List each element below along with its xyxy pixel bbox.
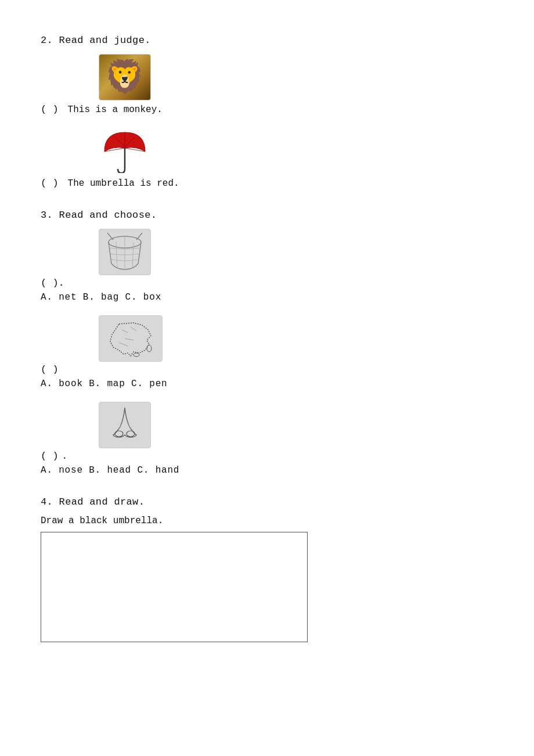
q3-3-paren: ( ) — [41, 451, 59, 462]
q2-1-sentence: This is a monkey. — [68, 105, 163, 115]
section-2-title: 2. Read and judge. — [41, 35, 493, 46]
svg-point-18 — [115, 431, 123, 437]
svg-line-13 — [131, 327, 136, 331]
nose-image — [99, 402, 151, 448]
svg-line-10 — [107, 233, 113, 240]
q3-2-paren-row: ( ) — [41, 364, 493, 375]
question-3-3: ( ) . A. nose B. head C. hand — [41, 402, 493, 476]
svg-line-14 — [125, 339, 134, 340]
q2-2-paren-row: ( ) The umbrella is red. — [41, 178, 493, 189]
section-3-title: 3. Read and choose. — [41, 210, 493, 221]
svg-line-7 — [116, 242, 117, 268]
q3-3-paren-row: ( ) . — [41, 451, 493, 462]
q2-2-sentence: The umbrella is red. — [68, 178, 179, 189]
q2-2-paren: ( ) — [41, 178, 59, 189]
q3-3-choices: A. nose B. head C. hand — [41, 465, 493, 476]
svg-point-19 — [127, 431, 135, 437]
section-3: 3. Read and choose. — [41, 210, 493, 476]
q3-1-paren-row: ( ). — [41, 278, 493, 289]
section-4-instruction: Draw a black umbrella. — [41, 516, 493, 526]
umbrella-image — [99, 128, 151, 174]
draw-area[interactable] — [41, 532, 308, 642]
q3-1-choices: A. net B. bag C. box — [41, 292, 493, 303]
q2-1-paren-row: ( ) This is a monkey. — [41, 104, 493, 115]
question-3-2: ( ) A. book B. map C. pen — [41, 315, 493, 389]
question-2-2: ( ) The umbrella is red. — [41, 128, 493, 189]
question-3-1: ( ). A. net B. bag C. box — [41, 229, 493, 303]
section-4: 4. Read and draw. Draw a black umbrella. — [41, 496, 493, 642]
net-image — [99, 229, 151, 275]
q3-1-paren: ( ). — [41, 278, 64, 289]
lion-image — [99, 54, 151, 100]
q3-2-choices: A. book B. map C. pen — [41, 379, 493, 389]
map-image — [99, 315, 163, 362]
svg-line-11 — [136, 233, 142, 240]
q3-2-paren: ( ) — [41, 364, 59, 375]
section-2: 2. Read and judge. ( ) This is a monkey. — [41, 35, 493, 189]
svg-line-15 — [119, 343, 128, 346]
section-4-title: 4. Read and draw. — [41, 496, 493, 507]
svg-point-17 — [134, 353, 139, 357]
svg-line-9 — [132, 242, 134, 268]
svg-line-12 — [122, 330, 128, 333]
question-2-1: ( ) This is a monkey. — [41, 54, 493, 115]
q2-1-paren: ( ) — [41, 104, 59, 115]
svg-point-16 — [147, 345, 151, 352]
